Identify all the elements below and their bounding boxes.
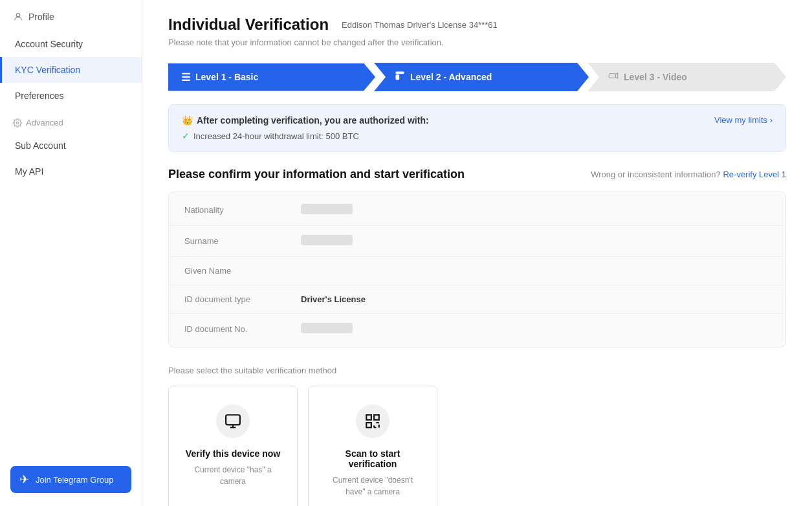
svg-rect-2 xyxy=(396,72,404,74)
level2-icon xyxy=(395,71,405,83)
level3-icon xyxy=(608,71,619,83)
surname-label: Surname xyxy=(184,236,301,246)
info-row-nationality: Nationality xyxy=(169,195,785,226)
crown-icon: 👑 xyxy=(182,115,193,126)
surname-blurred xyxy=(301,235,353,245)
step-level1-label: Level 1 - Basic xyxy=(195,72,258,82)
step-level2[interactable]: Level 2 - Advanced xyxy=(374,63,589,91)
sidebar-item-sub-account[interactable]: Sub Account xyxy=(0,133,142,159)
given-name-label: Given Name xyxy=(184,266,301,276)
sidebar-item-preferences[interactable]: Preferences xyxy=(0,83,142,109)
info-box: 👑 After completing verification, you are… xyxy=(168,104,786,152)
id-no-label: ID document No. xyxy=(184,324,301,334)
method-cards: Verify this device now Current device "h… xyxy=(168,386,786,506)
telegram-icon: ✈ xyxy=(19,472,29,487)
main-content: Individual Verification Eddison Thomas D… xyxy=(142,0,812,506)
id-no-blurred xyxy=(301,323,353,333)
nationality-label: Nationality xyxy=(184,205,301,215)
verify-device-title: Verify this device now xyxy=(186,448,280,459)
svg-rect-11 xyxy=(366,423,371,428)
sidebar: Profile Account Security KYC Verificatio… xyxy=(0,0,142,506)
sidebar-advanced-section: Advanced xyxy=(0,109,142,133)
telegram-label: Join Telegram Group xyxy=(36,475,113,485)
advanced-label: Advanced xyxy=(26,118,63,127)
nationality-value xyxy=(301,204,353,216)
step-level3[interactable]: Level 3 - Video xyxy=(587,63,786,91)
svg-point-0 xyxy=(16,14,19,17)
settings-icon xyxy=(13,118,22,127)
profile-icon xyxy=(13,12,23,22)
svg-rect-4 xyxy=(609,74,615,78)
info-box-content: 👑 After completing verification, you are… xyxy=(182,115,714,141)
wrong-info-text: Wrong or inconsistent information? Re-ve… xyxy=(591,170,786,179)
verify-device-icon xyxy=(216,404,250,438)
confirm-header: Please confirm your information and star… xyxy=(168,168,786,181)
id-no-value xyxy=(301,323,353,335)
step-level2-label: Level 2 - Advanced xyxy=(410,72,492,82)
step-level1[interactable]: ☰ Level 1 - Basic xyxy=(168,63,375,91)
info-row-surname: Surname xyxy=(169,226,785,257)
page-title: Individual Verification xyxy=(168,16,329,34)
step-level3-label: Level 3 - Video xyxy=(624,72,687,82)
info-row-id-type: ID document type Driver's License xyxy=(169,285,785,314)
level1-icon: ☰ xyxy=(181,71,190,83)
id-type-value: Driver's License xyxy=(301,294,366,304)
sidebar-profile-label: Profile xyxy=(28,12,54,22)
method-card-verify-device[interactable]: Verify this device now Current device "h… xyxy=(168,386,298,506)
user-info: Eddison Thomas Driver's License 34***61 xyxy=(342,20,498,30)
steps-bar: ☰ Level 1 - Basic Level 2 - Advanced Lev… xyxy=(168,63,786,91)
title-row: Individual Verification Eddison Thomas D… xyxy=(168,16,786,34)
svg-rect-3 xyxy=(396,75,399,80)
confirm-title: Please confirm your information and star… xyxy=(168,168,465,181)
id-type-label: ID document type xyxy=(184,294,301,304)
info-table: Nationality Surname Given Name ID docume… xyxy=(168,192,786,347)
info-box-item: ✓ Increased 24-hour withdrawal limit: 50… xyxy=(182,131,714,141)
info-box-title: 👑 After completing verification, you are… xyxy=(182,115,714,126)
sidebar-profile-section: Profile xyxy=(0,0,142,31)
nationality-blurred xyxy=(301,204,353,214)
view-limits-link[interactable]: View my limits › xyxy=(714,115,773,125)
svg-point-1 xyxy=(16,122,19,124)
svg-marker-5 xyxy=(615,73,617,78)
subtitle: Please note that your information cannot… xyxy=(168,38,786,47)
sidebar-item-my-api[interactable]: My API xyxy=(0,159,142,184)
svg-rect-6 xyxy=(226,415,240,424)
reverify-link[interactable]: Re-verify Level 1 xyxy=(723,170,786,179)
method-section-title: Please select the suitable verification … xyxy=(168,366,786,375)
svg-rect-10 xyxy=(374,415,379,420)
sidebar-item-kyc-verification[interactable]: KYC Verification xyxy=(0,57,142,83)
scan-qr-icon xyxy=(356,404,390,438)
method-card-scan-qr[interactable]: Scan to start verification Current devic… xyxy=(308,386,437,506)
telegram-button[interactable]: ✈ Join Telegram Group xyxy=(10,466,131,493)
scan-qr-desc: Current device "doesn't have" a camera xyxy=(324,474,421,498)
info-row-id-no: ID document No. xyxy=(169,314,785,344)
svg-rect-9 xyxy=(366,415,371,420)
surname-value xyxy=(301,235,353,247)
scan-qr-title: Scan to start verification xyxy=(324,448,421,469)
check-icon: ✓ xyxy=(182,131,190,141)
info-row-given-name: Given Name xyxy=(169,257,785,285)
verify-device-desc: Current device "has" a camera xyxy=(184,464,281,487)
sidebar-item-account-security[interactable]: Account Security xyxy=(0,31,142,57)
